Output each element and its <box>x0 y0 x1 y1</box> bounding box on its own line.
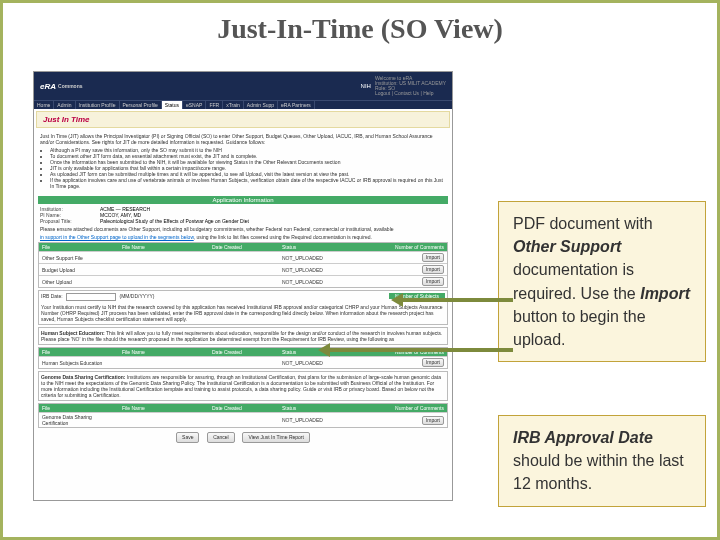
os-link[interactable]: in support in the Other Support page to … <box>40 234 194 240</box>
other-support-text: Please ensure attached documents are Oth… <box>40 226 446 232</box>
col-status: Status <box>279 404 349 412</box>
table-row: Other Support File NOT_UPLOADED Import <box>39 251 447 263</box>
os-suffix: , using the link to list files covered u… <box>194 234 372 240</box>
arrow-shaft <box>403 298 513 302</box>
callout-line: should be within the last 12 months. <box>513 452 684 492</box>
col-file: File <box>39 243 119 251</box>
gc-upload-grid: File File Name Date Created Status Numbe… <box>38 403 448 428</box>
irb-date-input[interactable] <box>66 293 116 301</box>
callout-other-support: PDF document with Other Support document… <box>498 201 706 362</box>
tab-xtrain[interactable]: xTrain <box>223 101 244 109</box>
arrow-head-icon <box>318 343 330 357</box>
col-comments: Number of Comments <box>349 243 447 251</box>
value-title: Paleontological Study of the Effects of … <box>100 218 249 224</box>
nih-badge: NIH <box>361 83 371 89</box>
row-status: NOT_UPLOADED <box>279 278 349 286</box>
tab-personal[interactable]: Personal Profile <box>120 101 162 109</box>
col-filename: File Name <box>119 348 209 356</box>
table-row: Budget Upload NOT_UPLOADED Import <box>39 263 447 275</box>
tab-status[interactable]: Status <box>162 101 183 109</box>
slide-title: Just-In-Time (SO View) <box>3 13 717 45</box>
save-button[interactable]: Save <box>176 432 199 443</box>
row-file: Other Support File <box>39 254 119 262</box>
footer-buttons: Save Cancel View Just In Time Report <box>34 432 452 443</box>
row-status: NOT_UPLOADED <box>279 359 349 367</box>
tab-ffr[interactable]: FFR <box>206 101 223 109</box>
genome-cert-section: Genome Data Sharing Certification: Insti… <box>38 371 448 401</box>
irb-text: Your Institution must certify to NIH tha… <box>41 304 445 322</box>
row-name <box>119 257 209 259</box>
row-date <box>209 257 279 259</box>
import-button[interactable]: Import <box>422 277 444 286</box>
tab-adminsupp[interactable]: Admin Supp <box>244 101 278 109</box>
arrow-head-icon <box>391 293 403 307</box>
intro-lead: Just In Time (JIT) allows the Principal … <box>40 133 446 145</box>
welcome-line: Logout | Contact Us | Help <box>375 91 446 96</box>
import-button[interactable]: Import <box>422 265 444 274</box>
callout-em: Import <box>640 285 690 302</box>
arrow-to-irb <box>318 343 513 357</box>
irb-fmt: (MM/DD/YYYY) <box>119 293 154 299</box>
tab-admin[interactable]: Admin <box>54 101 75 109</box>
callout-irb-date: IRB Approval Date should be within the l… <box>498 415 706 507</box>
view-report-button[interactable]: View Just In Time Report <box>242 432 310 443</box>
welcome-block: Welcome to eRA Institution: US MILIT ACA… <box>375 76 446 96</box>
row-status: NOT_UPLOADED <box>279 416 349 424</box>
app-topbar: eRA Commons NIH Welcome to eRA Instituti… <box>34 72 452 100</box>
row-file: Human Subjects Education <box>39 359 119 367</box>
import-button[interactable]: Import <box>422 358 444 367</box>
label-title: Proposal Title: <box>40 218 100 224</box>
row-file: Genome Data Sharing Certification <box>39 413 119 427</box>
table-row: Genome Data Sharing Certification NOT_UP… <box>39 412 447 427</box>
tab-institution[interactable]: Institution Profile <box>76 101 120 109</box>
col-status: Status <box>279 243 349 251</box>
row-file: Other Upload <box>39 278 119 286</box>
irb-section: IRB Date: (MM/DD/YYYY) Number of Subject… <box>38 290 448 325</box>
page-title: Just In Time <box>43 115 443 124</box>
col-file: File <box>39 404 119 412</box>
os-preface: Please ensure attached documents are Oth… <box>40 226 394 232</box>
row-file: Budget Upload <box>39 266 119 274</box>
callout-line: button to begin the upload. <box>513 308 646 348</box>
logo-label: Commons <box>58 83 82 89</box>
irb-label: IRB Date: <box>41 293 63 299</box>
table-row: Other Upload NOT_UPLOADED Import <box>39 275 447 287</box>
row-status: NOT_UPLOADED <box>279 266 349 274</box>
logo-text: eRA <box>40 82 56 91</box>
cancel-button[interactable]: Cancel <box>207 432 235 443</box>
section-app-info: Application Information <box>38 196 448 204</box>
app-screenshot: eRA Commons NIH Welcome to eRA Instituti… <box>33 71 453 501</box>
callout-em: Other Support <box>513 238 621 255</box>
upload-grid: File File Name Date Created Status Numbe… <box>38 242 448 288</box>
page-banner: Just In Time <box>36 111 450 128</box>
col-date: Date Created <box>209 404 279 412</box>
intro-text: Just In Time (JIT) allows the Principal … <box>34 130 452 194</box>
col-date: Date Created <box>209 348 279 356</box>
table-row: Human Subjects Education NOT_UPLOADED Im… <box>39 356 447 368</box>
arrow-to-import <box>391 293 513 307</box>
col-filename: File Name <box>119 243 209 251</box>
tab-partners[interactable]: eRA Partners <box>278 101 315 109</box>
intro-bullet: If the application involves care and use… <box>50 177 446 189</box>
import-button[interactable]: Import <box>422 416 444 425</box>
col-file: File <box>39 348 119 356</box>
tab-home[interactable]: Home <box>34 101 54 109</box>
import-button[interactable]: Import <box>422 253 444 262</box>
col-comments: Number of Comments <box>349 404 447 412</box>
col-date: Date Created <box>209 243 279 251</box>
other-support-note: in support in the Other Support page to … <box>40 234 446 240</box>
arrow-shaft <box>330 348 513 352</box>
col-filename: File Name <box>119 404 209 412</box>
tab-esnap[interactable]: eSNAP <box>183 101 206 109</box>
app-info-table: Institution:ACME — RESEARCH PI Name:MCCO… <box>40 206 446 224</box>
nav-tabs: Home Admin Institution Profile Personal … <box>34 100 452 109</box>
callout-line: documentation is required. Use the <box>513 261 636 301</box>
callout-em: IRB Approval Date <box>513 429 653 446</box>
callout-line: PDF document with <box>513 215 653 232</box>
app-logo: eRA Commons <box>40 82 82 91</box>
row-status: NOT_UPLOADED <box>279 254 349 262</box>
